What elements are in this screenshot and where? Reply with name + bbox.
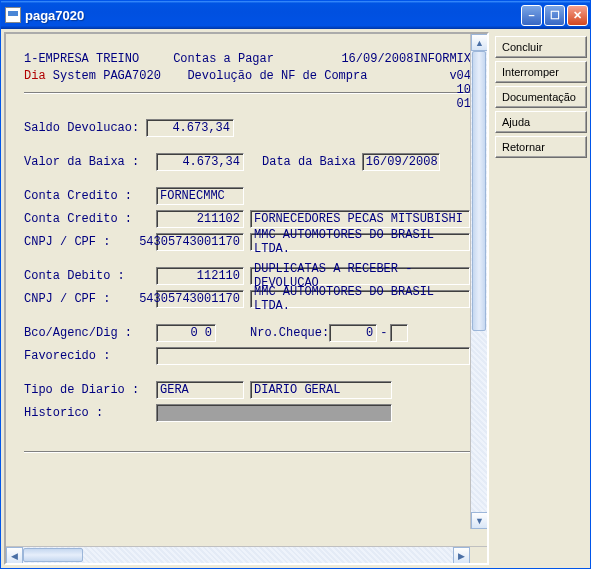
scroll-left-button[interactable]: ◀ — [6, 547, 23, 564]
ajuda-button[interactable]: Ajuda — [495, 111, 587, 133]
header-date: 16/09/2008 — [341, 52, 413, 69]
favorecido-label: Favorecido : — [24, 349, 146, 363]
conta-debito-label: Conta Debito : — [24, 269, 146, 283]
row-cnpj-2: CNPJ / CPF : 54305743001170 MMC AUTOMOTO… — [24, 289, 475, 309]
row-conta-debito: Conta Debito : 112110 DUPLICATAS A RECEB… — [24, 266, 475, 286]
row-tipo-diario: Tipo de Diario : GERA DIARIO GERAL — [24, 380, 475, 400]
form-panel: 1-EMPRESA TREINO Contas a Pagar 16/09/20… — [4, 32, 489, 565]
divider — [24, 92, 475, 94]
minimize-button[interactable]: – — [521, 5, 542, 26]
scroll-down-button[interactable]: ▼ — [471, 512, 487, 529]
cnpj1-desc-field[interactable]: MMC AUTOMOTORES DO BRASIL LTDA. — [250, 233, 470, 251]
scroll-up-button[interactable]: ▲ — [471, 34, 487, 51]
header-line-2: Dia System PAGA7020 Devolução de NF de C… — [24, 69, 475, 86]
row-valor-baixa: Valor da Baixa : 4.673,34 Data da Baixa … — [24, 152, 475, 172]
vertical-scrollbar[interactable]: ▲ ▼ — [470, 34, 487, 529]
conta-credito-desc-field[interactable]: FORNECEDORES PECAS MITSUBISHI — [250, 210, 470, 228]
favorecido-field[interactable] — [156, 347, 470, 365]
saldo-devolucao-label: Saldo Devolucao: — [24, 121, 146, 135]
cheque-field[interactable]: 0 — [329, 324, 377, 342]
window-controls: – ☐ ✕ — [521, 5, 588, 26]
row-favorecido: Favorecido : — [24, 346, 475, 366]
row-historico: Historico : — [24, 403, 475, 423]
data-baixa-label: Data da Baixa — [262, 155, 356, 169]
conta-debito-desc-field[interactable]: DUPLICATAS A RECEBER - DEVOLUCAO — [250, 267, 470, 285]
documentacao-button[interactable]: Documentação — [495, 86, 587, 108]
tipo-diario-field[interactable]: GERA — [156, 381, 244, 399]
bco-field[interactable]: 0 0 — [156, 324, 216, 342]
conta-credito-label-1: Conta Credito : — [24, 189, 146, 203]
row-conta-credito-num: Conta Credito : 211102 FORNECEDORES PECA… — [24, 209, 475, 229]
valor-baixa-label: Valor da Baixa : — [24, 155, 146, 169]
scroll-corner — [470, 547, 487, 564]
cnpj-label-1: CNPJ / CPF : — [24, 235, 146, 249]
row-cnpj-1: CNPJ / CPF : 54305743001170 MMC AUTOMOTO… — [24, 232, 475, 252]
sys-name: System PAGA7020 — [53, 69, 161, 83]
data-baixa-field[interactable]: 16/09/2008 — [362, 153, 440, 171]
historico-label: Historico : — [24, 406, 146, 420]
tipo-diario-label: Tipo de Diario : — [24, 383, 146, 397]
cnpj2-desc-field[interactable]: MMC AUTOMOTORES DO BRASIL LTDA. — [250, 290, 470, 308]
window-title: paga7020 — [25, 8, 521, 23]
header-line-1: 1-EMPRESA TREINO Contas a Pagar 16/09/20… — [24, 52, 475, 69]
bco-label: Bco/Agenc/Dig : — [24, 326, 146, 340]
interromper-button[interactable]: Interromper — [495, 61, 587, 83]
close-button[interactable]: ✕ — [567, 5, 588, 26]
titlebar[interactable]: paga7020 – ☐ ✕ — [1, 1, 590, 29]
form-viewport: 1-EMPRESA TREINO Contas a Pagar 16/09/20… — [6, 34, 487, 546]
hscroll-track[interactable] — [23, 547, 453, 563]
retornar-button[interactable]: Retornar — [495, 136, 587, 158]
concluir-button[interactable]: Concluir — [495, 36, 587, 58]
side-button-column: Concluir Interromper Documentação Ajuda … — [495, 32, 587, 565]
scroll-right-button[interactable]: ▶ — [453, 547, 470, 564]
cheque-label: Nro.Cheque: — [250, 326, 329, 340]
screen-title: Devolução de NF de Compra — [187, 69, 371, 86]
divider-bottom — [24, 451, 475, 453]
conta-credito-label-2: Conta Credito : — [24, 212, 146, 226]
module-label: Contas a Pagar — [173, 52, 341, 69]
cheque-digit-field[interactable] — [390, 324, 408, 342]
row-conta-credito-txt: Conta Credito : FORNECMMC — [24, 186, 475, 206]
form-content: 1-EMPRESA TREINO Contas a Pagar 16/09/20… — [6, 34, 487, 524]
company-label: 1-EMPRESA TREINO — [24, 52, 173, 69]
horizontal-scrollbar[interactable]: ◀ ▶ — [6, 546, 487, 563]
cnpj-label-2: CNPJ / CPF : — [24, 292, 146, 306]
conta-credito-txt-field[interactable]: FORNECMMC — [156, 187, 244, 205]
cnpj2-field[interactable]: 54305743001170 — [156, 290, 244, 308]
maximize-button[interactable]: ☐ — [544, 5, 565, 26]
cheque-sep: - — [380, 326, 387, 340]
hscroll-thumb[interactable] — [23, 548, 83, 562]
conta-credito-num-field[interactable]: 211102 — [156, 210, 244, 228]
workspace: 1-EMPRESA TREINO Contas a Pagar 16/09/20… — [4, 32, 587, 565]
valor-baixa-field[interactable]: 4.673,34 — [156, 153, 244, 171]
saldo-devolucao-field[interactable]: 4.673,34 — [146, 119, 234, 137]
app-window: paga7020 – ☐ ✕ 1-EMPRESA TREINO Contas a… — [0, 0, 591, 569]
historico-field[interactable] — [156, 404, 392, 422]
vscroll-thumb[interactable] — [472, 51, 486, 331]
cnpj1-field[interactable]: 54305743001170 — [156, 233, 244, 251]
conta-debito-field[interactable]: 112110 — [156, 267, 244, 285]
sys-prefix: Dia — [24, 69, 46, 83]
row-saldo-devolucao: Saldo Devolucao: 4.673,34 — [24, 118, 475, 138]
system-label: Dia System PAGA7020 — [24, 69, 187, 86]
tipo-diario-desc-field[interactable]: DIARIO GERAL — [250, 381, 392, 399]
client-area: 1-EMPRESA TREINO Contas a Pagar 16/09/20… — [1, 29, 590, 568]
header-user: INFORMIX — [413, 52, 475, 69]
vscroll-track[interactable] — [471, 51, 487, 512]
app-icon — [5, 7, 21, 23]
row-bco: Bco/Agenc/Dig : 0 0 Nro.Cheque: 0 - — [24, 323, 475, 343]
